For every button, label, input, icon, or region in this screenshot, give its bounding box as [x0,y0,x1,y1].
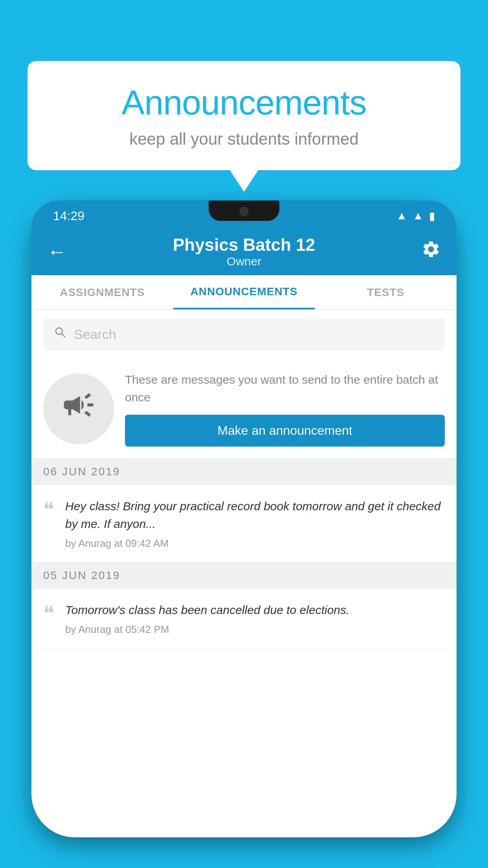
search-placeholder: Search [74,327,116,342]
quote-icon-2: ❝ [43,603,54,624]
tab-announcements[interactable]: ANNOUNCEMENTS [173,275,315,309]
header-title: Physics Batch 12 [173,235,315,255]
signal-icon: ▲ [413,210,424,222]
make-announcement-button[interactable]: Make an announcement [125,415,445,447]
tab-tests[interactable]: TESTS [315,275,457,309]
announcement-item-2: ❝ Tomorrow's class has been cancelled du… [31,588,457,649]
promo-right: These are messages you want to send to t… [125,371,445,447]
announcement-by-2: by Anurag at 05:42 PM [65,623,445,636]
phone-camera [239,207,249,216]
phone-frame: 14:29 ▲ ▲ ▮ ← Physics Batch 12 Owner ASS… [31,200,457,837]
tabs-container: ASSIGNMENTS ANNOUNCEMENTS TESTS [31,275,457,310]
announcement-content-2: Tomorrow's class has been cancelled due … [65,601,445,636]
speech-bubble: Announcements keep all your students inf… [28,61,460,170]
speech-bubble-container: Announcements keep all your students inf… [28,61,460,170]
bubble-title: Announcements [51,83,437,123]
announcement-item-1: ❝ Hey class! Bring your practical record… [31,485,457,563]
phone-container: 14:29 ▲ ▲ ▮ ← Physics Batch 12 Owner ASS… [31,200,457,868]
promo-description: These are messages you want to send to t… [125,371,445,406]
header-center: Physics Batch 12 Owner [173,235,315,268]
settings-icon[interactable] [421,239,441,264]
app-header: ← Physics Batch 12 Owner [31,228,457,275]
megaphone-icon [61,387,96,430]
promo-icon-circle [43,373,114,444]
battery-icon: ▮ [429,210,435,223]
bubble-subtitle: keep all your students informed [51,130,437,149]
back-button[interactable]: ← [47,240,67,263]
date-divider-2: 05 JUN 2019 [31,563,457,588]
status-icons: ▲ ▲ ▮ [396,210,435,223]
search-icon [53,326,68,343]
header-subtitle: Owner [173,255,315,268]
tab-assignments[interactable]: ASSIGNMENTS [31,275,173,309]
wifi-icon: ▲ [396,210,407,222]
phone-notch [209,200,279,221]
phone-content: Search These are messages you want to se… [31,310,457,837]
date-divider-1: 06 JUN 2019 [31,459,457,485]
status-time: 14:29 [53,209,84,223]
promo-block: These are messages you want to send to t… [31,359,457,459]
announcement-text-2: Tomorrow's class has been cancelled due … [65,601,445,619]
search-bar[interactable]: Search [43,318,445,350]
announcement-text-1: Hey class! Bring your practical record b… [65,497,445,533]
announcement-content-1: Hey class! Bring your practical record b… [65,497,445,550]
quote-icon-1: ❝ [43,500,54,520]
announcement-by-1: by Anurag at 09:42 AM [65,537,445,550]
